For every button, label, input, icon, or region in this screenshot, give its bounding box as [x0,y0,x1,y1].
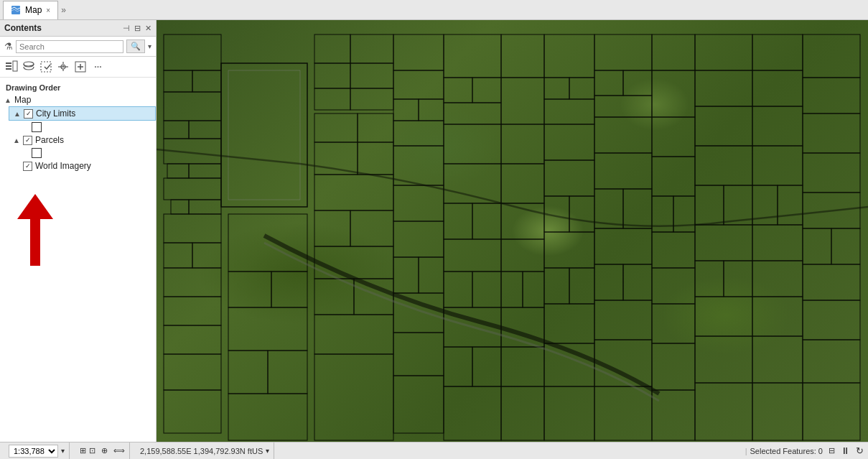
svg-rect-27 [171,200,189,214]
svg-rect-54 [444,103,501,124]
contents-tree: Drawing Order ▲ Map ▲ ✓ City Limits ▲ ✓ … [0,78,156,442]
sidebar: Contents ⊣ ⊟ ✕ ⚗ 🔍 ▾ [0,20,157,442]
pause-icon[interactable]: ⏸ [841,445,850,456]
map-tab-close[interactable]: × [46,6,50,14]
svg-rect-153 [652,390,695,440]
svg-rect-168 [752,383,803,440]
svg-rect-75 [228,272,271,307]
svg-rect-3 [6,68,11,70]
pan-icon[interactable]: ⟺ [113,446,125,455]
world-imagery-checkbox[interactable]: ✓ [23,162,32,171]
svg-rect-79 [268,351,307,394]
svg-rect-40 [419,99,444,121]
svg-rect-77 [228,307,307,351]
data-source-icon[interactable] [22,60,36,74]
svg-rect-172 [803,264,860,300]
add-layer-icon[interactable] [73,60,88,74]
svg-rect-4 [13,61,17,71]
search-input[interactable] [16,40,123,53]
svg-rect-88 [354,279,393,315]
grid-select-icon[interactable]: ⊡ [89,446,95,455]
expand-map-icon[interactable]: ▲ [4,96,11,104]
svg-rect-66 [164,214,221,243]
map-area[interactable] [157,20,868,442]
svg-rect-135 [569,268,594,304]
svg-rect-61 [594,96,652,117]
svg-rect-174 [803,340,860,383]
svg-rect-44 [594,34,652,70]
svg-rect-62 [652,70,695,117]
svg-rect-107 [803,153,860,193]
parcels-checkbox[interactable]: ✓ [23,136,32,145]
svg-rect-80 [228,394,307,440]
svg-rect-39 [393,99,419,121]
svg-rect-152 [652,343,695,390]
svg-rect-121 [444,347,472,386]
svg-rect-32 [350,34,393,63]
svg-rect-166 [752,297,803,336]
snapping-icon[interactable] [56,60,70,74]
svg-rect-68 [192,243,221,268]
svg-rect-45 [652,34,695,70]
svg-rect-126 [501,272,523,307]
svg-rect-111 [419,257,444,293]
more-options-icon[interactable]: ··· [90,60,105,74]
svg-rect-167 [752,336,803,383]
zoom-icon[interactable]: ⊕ [101,446,108,455]
svg-rect-95 [501,164,544,203]
svg-rect-127 [523,272,544,307]
search-dropdown-icon[interactable]: ▾ [148,42,151,50]
svg-rect-94 [501,124,544,164]
svg-rect-51 [393,121,444,146]
svg-rect-56 [544,78,569,99]
svg-rect-122 [472,347,501,386]
svg-rect-161 [695,383,752,440]
tab-overflow[interactable]: » [61,5,66,15]
svg-rect-164 [752,225,803,261]
svg-rect-52 [444,78,472,103]
svg-rect-101 [652,157,695,196]
expand-parcels-icon[interactable]: ▲ [13,136,20,144]
search-button[interactable]: 🔍 [126,40,145,53]
svg-rect-31 [314,34,350,63]
tree-item-city-limits[interactable]: ▲ ✓ City Limits [9,106,156,121]
svg-rect-113 [393,333,444,376]
svg-rect-150 [652,268,695,304]
refresh-icon[interactable]: ↻ [856,445,864,456]
grid-tools-segment: ⊞ ⊡ ⊕ ⟺ [75,442,130,459]
svg-rect-96 [544,124,594,160]
svg-rect-102 [695,106,752,146]
pin-icon[interactable]: ⊣ [123,24,130,33]
list-view-icon[interactable] [4,60,19,74]
auto-hide-icon[interactable]: ⊟ [134,24,141,33]
svg-rect-63 [695,70,752,106]
tree-item-parcels[interactable]: ▲ ✓ Parcels [9,134,156,147]
expand-city-limits-icon[interactable]: ▲ [14,110,21,118]
city-limits-swatch [32,122,42,132]
selection-icon[interactable] [39,60,53,74]
tree-item-world-imagery[interactable]: ▲ ✓ World Imagery [9,159,156,172]
map-tab-label: Map [25,5,42,15]
svg-rect-55 [501,78,544,124]
scale-selector[interactable]: 1:33,788 1:10,000 1:50,000 [9,445,58,458]
tree-item-map[interactable]: ▲ Map [0,93,156,106]
map-tab-icon [11,5,21,15]
svg-rect-115 [444,203,472,239]
svg-rect-37 [393,34,444,70]
city-limits-checkbox[interactable]: ✓ [24,109,33,119]
svg-rect-97 [544,160,594,196]
scale-dropdown-icon[interactable]: ▾ [61,447,65,455]
coordinates-dropdown-icon[interactable]: ▾ [266,447,269,455]
close-panel-icon[interactable]: ✕ [145,24,151,33]
grid-icon[interactable]: ⊞ [80,446,86,455]
svg-rect-43 [544,34,594,78]
feature-count-icon: ⊟ [829,446,835,455]
svg-rect-22 [189,121,221,139]
svg-rect-129 [501,347,544,386]
svg-rect-60 [623,70,652,96]
filter-icon: ⚗ [4,41,13,52]
map-tab[interactable]: Map × [3,1,58,19]
svg-rect-142 [594,264,623,300]
svg-rect-118 [444,272,472,307]
svg-rect-84 [314,210,350,246]
